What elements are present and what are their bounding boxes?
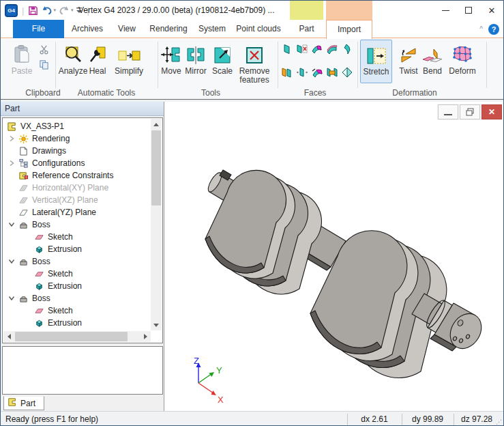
status-message: Ready (press F1 for help): [5, 412, 98, 426]
tree-item-lateral-yz-plane[interactable]: Lateral(YZ) Plane: [3, 206, 150, 218]
minimize-button[interactable]: [434, 1, 457, 20]
axis-z-label: Z: [194, 356, 199, 366]
sketch-icon: [33, 232, 45, 242]
tree-item-vx-as3-p1[interactable]: VX_AS3-P1: [3, 120, 150, 132]
boss-icon: [18, 220, 29, 230]
chevron-down-icon[interactable]: [5, 259, 18, 264]
deform-button[interactable]: Deform: [445, 40, 479, 76]
simplify-button[interactable]: Simplify: [111, 40, 147, 76]
tab-archives[interactable]: Archives: [66, 20, 108, 38]
move-face-icon[interactable]: [295, 66, 308, 78]
group-label-faces: Faces: [281, 88, 349, 98]
app-logo-icon[interactable]: G4: [5, 4, 18, 17]
remove-features-button[interactable]: Remove features: [235, 40, 273, 85]
drawings-icon: [18, 146, 29, 156]
delete-face-icon[interactable]: [295, 43, 308, 55]
tree-item-sketch[interactable]: Sketch: [3, 304, 150, 317]
close-button[interactable]: ✕: [480, 1, 503, 20]
paste-button[interactable]: Paste: [6, 40, 38, 76]
child-close-button[interactable]: ✕: [481, 104, 502, 119]
collapse-ribbon-icon[interactable]: ^: [479, 25, 483, 33]
tree-item-reference-constraints[interactable]: Reference Constraints: [3, 169, 150, 182]
status-separator: [402, 414, 402, 425]
heal-button[interactable]: Heal: [85, 40, 110, 76]
viewport-canvas[interactable]: Z Y X: [164, 102, 504, 412]
heal-label: Heal: [85, 67, 110, 76]
status-dx: dx 2.61: [349, 412, 400, 426]
tree-item-label: Sketch: [48, 232, 73, 242]
viewport[interactable]: ✕: [164, 102, 504, 412]
tree-item-sketch[interactable]: Sketch: [3, 268, 150, 280]
reference-constraints-icon: [18, 171, 29, 181]
scroll-left-icon[interactable]: [3, 331, 14, 342]
tree-item-sketch[interactable]: Sketch: [3, 231, 150, 243]
scroll-up-icon[interactable]: [151, 119, 162, 130]
redo-dropdown-icon[interactable]: ▾: [71, 8, 74, 13]
simplify-icon: [111, 40, 147, 65]
redo-icon[interactable]: ▾: [59, 5, 74, 15]
offset-face-icon[interactable]: [325, 43, 338, 55]
cut-icon[interactable]: [38, 43, 50, 55]
tree-item-extrusion[interactable]: Extrusion: [3, 280, 150, 292]
tree-item-configurations[interactable]: Configurations: [3, 157, 150, 169]
tree-item-vertical-xz-plane[interactable]: Vertical(XZ) Plane: [3, 194, 150, 206]
tab-view[interactable]: View: [111, 20, 143, 38]
axis-y-label: Y: [216, 365, 222, 375]
vertical-scroll-thumb[interactable]: [151, 130, 161, 205]
tab-rendering[interactable]: Rendering: [145, 20, 192, 38]
scroll-right-icon[interactable]: [140, 331, 151, 342]
tab-system[interactable]: System: [194, 20, 230, 38]
part-bottom-tab[interactable]: Part: [3, 396, 44, 410]
tree-item-boss[interactable]: Boss: [3, 255, 150, 268]
tree-item-label: Extrusion: [48, 318, 82, 328]
panel-header[interactable]: Part: [1, 102, 164, 116]
tab-file[interactable]: File: [13, 20, 64, 38]
scroll-down-icon[interactable]: [151, 320, 162, 330]
tree-item-rendering[interactable]: Rendering: [3, 132, 150, 145]
replace-face-icon[interactable]: [280, 66, 293, 78]
tree-item-boss[interactable]: Boss: [3, 292, 150, 304]
copy-icon[interactable]: [38, 58, 50, 70]
resize-grip[interactable]: ⋰: [496, 418, 502, 425]
mirror-button[interactable]: Mirror: [181, 40, 211, 76]
chevron-down-icon[interactable]: [5, 222, 18, 227]
match-face-icon[interactable]: [325, 66, 338, 78]
tree-item-horizontal-xy-plane[interactable]: Horizontal(XY) Plane: [3, 182, 150, 194]
tab-import[interactable]: Import: [326, 20, 372, 39]
bend-button[interactable]: Bend: [419, 40, 445, 76]
chevron-right-icon[interactable]: [5, 160, 18, 167]
undo-dropdown-icon[interactable]: ▾: [53, 8, 56, 13]
tree-item-drawings[interactable]: Drawings: [3, 145, 150, 157]
fillet-face-icon[interactable]: [310, 43, 323, 55]
chevron-down-icon[interactable]: [5, 296, 18, 301]
scale-button[interactable]: Scale: [209, 40, 235, 76]
maximize-button[interactable]: [457, 1, 480, 20]
analyze-button[interactable]: Analyze: [58, 40, 88, 76]
child-minimize-button[interactable]: [438, 104, 458, 119]
extend-face-icon[interactable]: [340, 43, 353, 55]
tab-point-clouds[interactable]: Point clouds: [233, 20, 284, 38]
modify-fillet-icon[interactable]: [310, 66, 323, 78]
stretch-button[interactable]: Stretch: [360, 40, 392, 83]
tree-item-extrusion[interactable]: Extrusion: [3, 317, 150, 329]
divide-face-icon[interactable]: [340, 66, 353, 78]
save-icon[interactable]: [28, 5, 38, 16]
undo-icon[interactable]: ▾: [41, 5, 56, 15]
face-icon[interactable]: [280, 43, 293, 55]
group-separator: [357, 42, 358, 88]
horizontal-scrollbar[interactable]: [3, 331, 151, 342]
analyze-label: Analyze: [58, 67, 88, 76]
vertical-scrollbar[interactable]: [151, 119, 162, 330]
twist-button[interactable]: Twist: [395, 40, 422, 76]
crankshaft-model[interactable]: [205, 170, 488, 378]
chevron-right-icon[interactable]: [5, 135, 18, 142]
tree-item-boss[interactable]: Boss: [3, 218, 150, 231]
tab-part[interactable]: Part: [290, 20, 323, 38]
help-icon[interactable]: ?: [488, 24, 499, 35]
tree-item-extrusion[interactable]: Extrusion: [3, 243, 150, 255]
group-label-tools: Tools: [177, 88, 245, 98]
group-label-deformation: Deformation: [374, 88, 456, 98]
horizontal-scroll-thumb[interactable]: [15, 332, 128, 341]
tree-item-label: Horizontal(XY) Plane: [32, 183, 108, 193]
child-restore-button[interactable]: [460, 104, 480, 119]
